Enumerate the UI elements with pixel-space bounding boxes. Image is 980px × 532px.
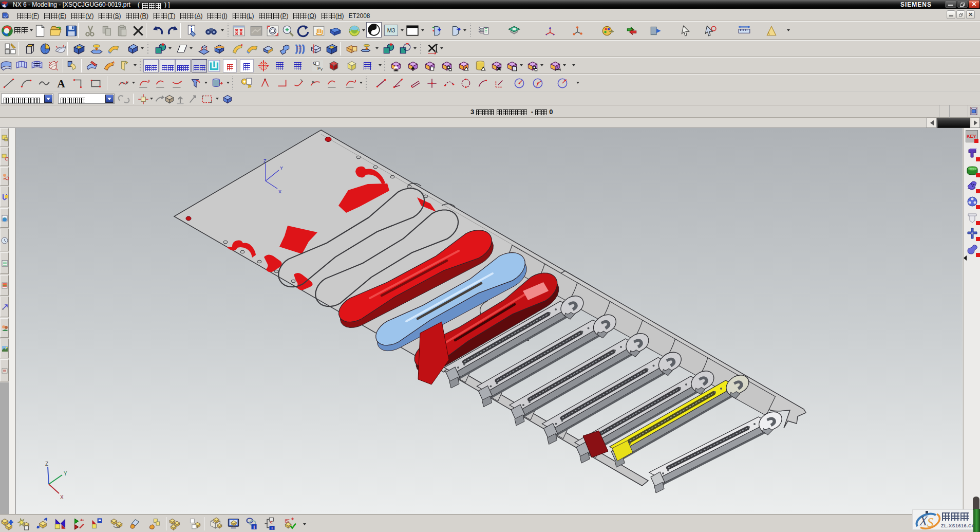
- svg-text:X: X: [60, 494, 64, 500]
- svg-text:Y: Y: [320, 67, 323, 72]
- svg-text:TIMKEN: TIMKEN: [968, 168, 976, 170]
- svg-text:i: i: [271, 526, 272, 530]
- svg-text:A: A: [57, 78, 65, 90]
- svg-text:S: S: [927, 516, 934, 529]
- svg-text:i: i: [253, 524, 255, 530]
- svg-text:Y: Y: [280, 166, 283, 171]
- svg-text:Z: Z: [263, 158, 267, 163]
- svg-text:X: X: [278, 189, 281, 194]
- svg-text:Z: Z: [45, 461, 48, 467]
- svg-text:Y: Y: [64, 471, 67, 476]
